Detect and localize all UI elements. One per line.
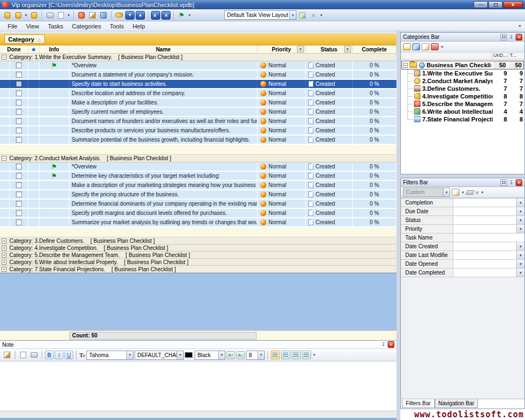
task-row[interactable]: Determine key characteristics of your ta… (0, 172, 396, 181)
print-button[interactable] (45, 10, 55, 20)
new-database-button[interactable] (2, 10, 12, 20)
note-preview-button[interactable] (18, 350, 28, 360)
menu-tools[interactable]: Tools (106, 22, 129, 30)
done-checkbox[interactable] (16, 109, 22, 115)
task-row[interactable]: Specify current number of employees.Norm… (0, 108, 396, 117)
note-text-area[interactable] (0, 361, 396, 411)
filter-preset-combo[interactable]: Custom (403, 188, 450, 197)
done-checkbox[interactable] (16, 201, 22, 207)
bold-button[interactable]: B (45, 351, 54, 359)
charset-combo[interactable]: DEFAULT_CHAR (135, 351, 184, 360)
notify-dropdown[interactable] (188, 10, 191, 20)
filter-value-input[interactable] (453, 225, 516, 233)
category-group-row[interactable]: Category: 6.Write about Intellectual Pro… (0, 259, 396, 266)
done-checkbox[interactable] (16, 72, 22, 78)
task-row[interactable]: Describe location and address of the com… (0, 89, 396, 98)
save-database-button[interactable] (29, 10, 39, 20)
combo-dropdown-icon[interactable] (177, 351, 183, 359)
done-checkbox[interactable] (16, 173, 22, 179)
column-header-done[interactable]: Done (0, 45, 28, 53)
view-task-button[interactable] (114, 10, 124, 20)
combo-dropdown-icon[interactable] (289, 11, 296, 19)
done-checkbox[interactable] (16, 164, 22, 170)
done-checkbox[interactable] (16, 118, 22, 124)
task-row[interactable]: Make a description of your facilities.No… (0, 98, 396, 108)
menu-categories[interactable]: Categories (68, 22, 106, 30)
category-group-row[interactable]: Category: 7.State Financial Projections.… (0, 266, 396, 273)
vertical-splitter[interactable] (396, 31, 400, 420)
done-checkbox[interactable] (16, 127, 22, 133)
collapse-icon[interactable] (403, 63, 408, 68)
column-header-priority-flag[interactable] (28, 45, 39, 53)
tree-item[interactable]: 2.Conduct Market Analysis.77 (401, 77, 524, 85)
print-dropdown[interactable] (67, 10, 71, 20)
done-checkbox[interactable] (16, 219, 22, 225)
filter-dropdown[interactable] (461, 188, 465, 197)
filter-value-input[interactable] (453, 260, 516, 268)
task-row[interactable]: Make a description of your marketing str… (0, 181, 396, 190)
collapse-icon[interactable] (2, 55, 7, 60)
menu-help[interactable]: Help (128, 22, 149, 30)
tree-root-item[interactable]: Business Plan Checklist 50 50 (401, 61, 524, 69)
font-family-combo[interactable]: Tahoma (86, 351, 133, 360)
category-group-row[interactable]: Category: 4.Investigate Competition.[ Bu… (0, 244, 396, 252)
move-down-button[interactable] (125, 11, 135, 20)
pin-icon[interactable] (508, 179, 515, 186)
note-print-button[interactable] (29, 350, 39, 360)
task-row[interactable]: Specify profit margins and discount leve… (0, 209, 396, 218)
filter-value-input[interactable] (453, 216, 516, 224)
task-row[interactable]: *OverviewNormalCreated0 % (0, 162, 396, 172)
tree-item[interactable]: 6.Write about Intellectual Prop44 (401, 108, 524, 115)
menu-tasks[interactable]: Tasks (43, 22, 67, 30)
filter-value-input[interactable] (453, 207, 516, 215)
column-header-complete[interactable]: Complete (353, 45, 396, 53)
task-row[interactable]: *OverviewNormalCreated0 % (0, 61, 396, 71)
tab-filters-bar[interactable]: Filters Bar (402, 399, 435, 408)
apply-filter-button[interactable] (452, 189, 459, 196)
combo-dropdown-icon[interactable] (258, 351, 264, 359)
delete-task-button[interactable] (98, 10, 108, 20)
notify-button[interactable] (177, 10, 186, 20)
task-row[interactable]: Determine financial dominants of your co… (0, 200, 396, 209)
filters-close-icon[interactable] (516, 179, 522, 186)
tree-item[interactable]: 5.Describe the Management Te77 (401, 100, 524, 108)
menubar-overflow-icon[interactable] (518, 24, 522, 28)
combo-dropdown-icon[interactable] (443, 188, 450, 196)
filter-dropdown-icon[interactable] (516, 225, 524, 233)
tree-item[interactable]: 1.Write the Executive Summary99 (401, 69, 524, 77)
new-category-button[interactable] (403, 43, 411, 50)
tree-item[interactable]: 4.Investigate Competition.88 (401, 92, 524, 100)
done-checkbox[interactable] (16, 62, 22, 68)
tree-item[interactable]: 3.Define Customers.77 (401, 85, 524, 92)
task-row[interactable]: Summarize potential of the business grow… (0, 136, 396, 145)
combo-dropdown-icon[interactable] (218, 351, 225, 359)
maximize-button[interactable] (488, 1, 503, 8)
task-view-layout-combo[interactable]: Default Task View Layout (224, 10, 296, 20)
category-group-row[interactable]: Category: 2.Conduct Market Analysis.[ Bu… (0, 155, 396, 162)
font-size-combo[interactable]: 8 (246, 351, 265, 360)
open-database-dropdown[interactable] (24, 10, 28, 20)
category-group-row[interactable]: Category: 1.Write the Executive Summary.… (0, 54, 396, 61)
note-close-icon[interactable] (388, 341, 394, 348)
done-checkbox[interactable] (16, 137, 22, 143)
task-row[interactable]: Specify the pricing structure of the bus… (0, 190, 396, 200)
edit-category-button[interactable] (422, 43, 429, 50)
column-header-name[interactable]: Name (69, 45, 258, 53)
task-row[interactable]: Document a statement of your company's m… (0, 71, 396, 80)
task-row[interactable]: Describe products or services your busin… (0, 126, 396, 136)
group-by-category-chip[interactable]: Category (4, 34, 45, 44)
minimize-button[interactable]: — (474, 1, 488, 8)
align-right-button[interactable] (291, 351, 301, 359)
filter-dropdown-icon[interactable] (516, 269, 524, 277)
category-group-row[interactable]: Category: 3.Define Customers.[ Business … (0, 237, 396, 244)
categories-toolbar-dropdown[interactable] (440, 42, 444, 52)
delete-layout-button[interactable] (308, 10, 318, 20)
expand-icon[interactable] (2, 267, 7, 272)
collapse-all-button[interactable] (161, 11, 171, 20)
increase-font-button[interactable]: A↑ (226, 351, 235, 359)
filter-dropdown-icon[interactable] (516, 207, 524, 215)
status-filter-dropdown[interactable] (344, 46, 351, 52)
filter-dropdown-icon[interactable] (516, 251, 524, 259)
note-toolbar-overflow-dropdown[interactable] (312, 350, 316, 360)
column-undone[interactable]: UnD... (492, 52, 508, 59)
